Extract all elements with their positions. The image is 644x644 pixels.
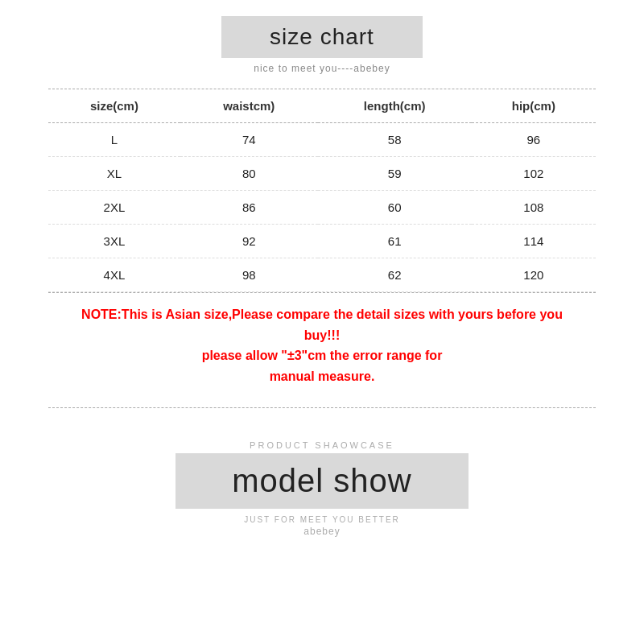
waist-XL: 80 (180, 157, 318, 191)
waist-L: 74 (180, 123, 318, 157)
waist-2XL: 86 (180, 191, 318, 225)
size-2XL: 2XL (48, 191, 180, 225)
table-row: 4XL 98 62 120 (48, 258, 596, 292)
waist-4XL: 98 (180, 258, 318, 292)
size-L: L (48, 123, 180, 157)
size-4XL: 4XL (48, 258, 180, 292)
waist-3XL: 92 (180, 225, 318, 258)
length-2XL: 60 (318, 191, 472, 225)
size-chart-subtitle: nice to meet you----abebey (254, 63, 390, 74)
hip-4XL: 120 (472, 258, 596, 292)
table-row: 2XL 86 60 108 (48, 191, 596, 225)
hip-XL: 102 (472, 157, 596, 191)
page-wrapper: size chart nice to meet you----abebey si… (0, 0, 644, 644)
product-showcase-label: PRODUCT SHAOWCASE (250, 440, 394, 450)
just-for-meet-label: JUST FOR MEET YOU BETTER (244, 515, 400, 524)
model-show-title: model show (232, 463, 411, 498)
model-show-section: PRODUCT SHAOWCASE model show JUST FOR ME… (175, 440, 468, 537)
col-header-length: length(cm) (318, 89, 472, 123)
size-XL: XL (48, 157, 180, 191)
length-L: 58 (318, 123, 472, 157)
table-header-row: size(cm) waistcm) length(cm) hip(cm) (48, 89, 596, 123)
hip-3XL: 114 (472, 225, 596, 258)
size-table: size(cm) waistcm) length(cm) hip(cm) L 7… (48, 89, 596, 292)
model-show-box: model show (175, 453, 468, 509)
table-section: size(cm) waistcm) length(cm) hip(cm) L 7… (48, 89, 596, 292)
hip-2XL: 108 (472, 191, 596, 225)
section-divider (48, 407, 596, 408)
hip-L: 96 (472, 123, 596, 157)
length-3XL: 61 (318, 225, 472, 258)
table-row: 3XL 92 61 114 (48, 225, 596, 258)
length-XL: 59 (318, 157, 472, 191)
size-chart-header: size chart nice to meet you----abebey (221, 16, 423, 74)
note-text: NOTE:This is Asian size,Please compare t… (80, 304, 564, 386)
col-header-hip: hip(cm) (472, 89, 596, 123)
size-chart-title: size chart (270, 24, 374, 49)
size-chart-title-box: size chart (221, 16, 423, 58)
size-3XL: 3XL (48, 225, 180, 258)
col-header-size: size(cm) (48, 89, 180, 123)
length-4XL: 62 (318, 258, 472, 292)
abebey-label: abebey (303, 526, 340, 537)
table-row: XL 80 59 102 (48, 157, 596, 191)
table-row: L 74 58 96 (48, 123, 596, 157)
note-section: NOTE:This is Asian size,Please compare t… (48, 292, 596, 394)
col-header-waist: waistcm) (180, 89, 318, 123)
